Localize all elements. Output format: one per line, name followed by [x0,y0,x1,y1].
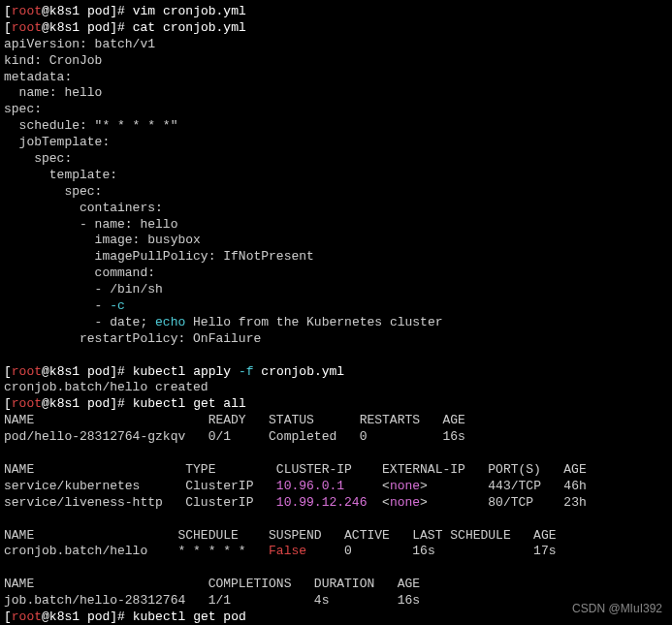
blank-line [4,348,668,364]
command-getpod: kubectl get pod [133,609,246,624]
yaml-line: command: [4,266,668,282]
yaml-line: - date; echo Hello from the Kubernetes c… [4,315,668,331]
prompt-line: [root@k8s1 pod]# kubectl apply -f cronjo… [4,364,668,381]
prompt-line: [root@k8s1 pod]# kubectl get pod [4,609,668,625]
yaml-line: restartPolicy: OnFailure [4,331,668,348]
table-header: NAME SCHEDULE SUSPEND ACTIVE LAST SCHEDU… [4,528,668,545]
table-header: NAME READY STATUS RESTARTS AGE [4,413,668,429]
command-getall: kubectl get all [133,396,246,411]
command-apply: kubectl apply [133,364,239,379]
prompt-line: [root@k8s1 pod]# kubectl get all [4,396,668,413]
yaml-line: - /bin/sh [4,282,668,298]
yaml-line: spec: [4,184,668,201]
table-row: cronjob.batch/hello * * * * * False 0 16… [4,544,668,560]
yaml-line: template: [4,168,668,184]
terminal-output: [root@k8s1 pod]# vim cronjob.yml [root@k… [4,4,668,625]
table-header: NAME TYPE CLUSTER-IP EXTERNAL-IP PORT(S)… [4,462,668,479]
table-header: NAME COMPLETIONS DURATION AGE [4,577,668,593]
watermark: CSDN @MIuI392 [572,602,662,617]
apply-result: cronjob.batch/hello created [4,380,668,396]
table-row: job.batch/hello-28312764 1/1 4s 16s [4,593,668,609]
yaml-line: apiVersion: batch/v1 [4,37,668,53]
yaml-line: spec: [4,151,668,168]
yaml-line: jobTemplate: [4,135,668,151]
table-row: service/liveness-http ClusterIP 10.99.12… [4,495,668,512]
blank-line [4,560,668,577]
prompt-line: [root@k8s1 pod]# vim cronjob.yml [4,4,668,20]
yaml-line: image: busybox [4,233,668,249]
table-row: service/kubernetes ClusterIP 10.96.0.1 <… [4,479,668,495]
yaml-line: schedule: "* * * * *" [4,118,668,135]
yaml-line: spec: [4,102,668,118]
blank-line [4,446,668,462]
prompt-line: [root@k8s1 pod]# cat cronjob.yml [4,20,668,37]
command-cat: cat cronjob.yml [133,20,246,35]
yaml-line: - -c [4,298,668,315]
yaml-line: kind: CronJob [4,53,668,70]
table-row: pod/hello-28312764-gzkqv 0/1 Completed 0… [4,429,668,446]
yaml-line: metadata: [4,70,668,86]
yaml-line: containers: [4,201,668,217]
yaml-line: imagePullPolicy: IfNotPresent [4,249,668,266]
yaml-line: - name: hello [4,217,668,234]
yaml-line: name: hello [4,85,668,102]
command-vim: vim cronjob.yml [133,4,246,18]
blank-line [4,512,668,528]
